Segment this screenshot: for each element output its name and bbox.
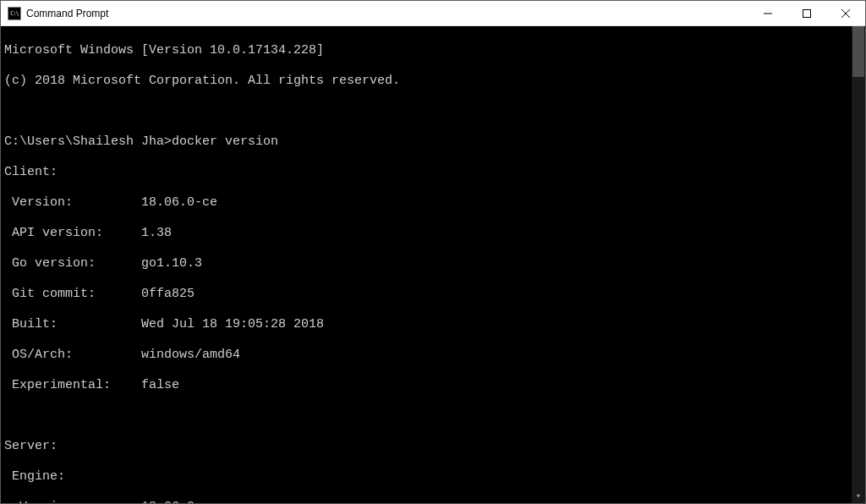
close-icon bbox=[841, 9, 850, 18]
engine-header: Engine: bbox=[4, 469, 865, 485]
kv-value: go1.10.3 bbox=[141, 256, 202, 271]
kv-value: false bbox=[141, 378, 179, 392]
window-title: Command Prompt bbox=[26, 8, 748, 19]
titlebar[interactable]: C:\ Command Prompt bbox=[1, 1, 865, 26]
kv-key: Built: bbox=[4, 317, 141, 332]
kv-key: Experimental: bbox=[4, 378, 141, 393]
os-header-line2: (c) 2018 Microsoft Corporation. All righ… bbox=[4, 74, 865, 89]
svg-rect-1 bbox=[803, 9, 811, 17]
client-version-row: Version:18.06.0-ce bbox=[4, 195, 865, 211]
kv-key: OS/Arch: bbox=[4, 348, 141, 363]
kv-key: Go version: bbox=[4, 256, 141, 271]
maximize-button[interactable] bbox=[787, 1, 826, 25]
command-text: docker version bbox=[172, 134, 278, 149]
window-controls bbox=[748, 1, 865, 25]
kv-value: 1.38 bbox=[141, 226, 172, 240]
kv-value: windows/amd64 bbox=[141, 348, 240, 362]
server-version-row: Version:18.06.0-ce bbox=[4, 500, 865, 503]
scrollbar-thumb[interactable] bbox=[852, 26, 864, 77]
kv-key: Version: bbox=[4, 500, 141, 503]
kv-key: API version: bbox=[4, 226, 141, 241]
server-header: Server: bbox=[4, 439, 865, 454]
blank-line bbox=[4, 408, 865, 424]
client-os-row: OS/Arch:windows/amd64 bbox=[4, 348, 865, 363]
client-header: Client: bbox=[4, 165, 865, 180]
kv-key: Git commit: bbox=[4, 287, 141, 302]
client-go-row: Go version:go1.10.3 bbox=[4, 256, 865, 271]
kv-key: Version: bbox=[4, 195, 141, 211]
client-exp-row: Experimental:false bbox=[4, 378, 865, 393]
prompt-line-1: C:\Users\Shailesh Jha>docker version bbox=[4, 134, 865, 150]
maximize-icon bbox=[803, 9, 811, 18]
kv-value: 18.06.0-ce bbox=[141, 500, 217, 503]
client-git-row: Git commit:0ffa825 bbox=[4, 287, 865, 302]
app-icon-text: C:\ bbox=[10, 10, 19, 17]
kv-value: 18.06.0-ce bbox=[141, 195, 217, 210]
os-header-line1: Microsoft Windows [Version 10.0.17134.22… bbox=[4, 43, 865, 58]
blank-line bbox=[4, 104, 865, 119]
vertical-scrollbar[interactable]: ▼ bbox=[852, 26, 865, 503]
console-area[interactable]: Microsoft Windows [Version 10.0.17134.22… bbox=[1, 26, 865, 503]
minimize-button[interactable] bbox=[748, 1, 787, 25]
close-button[interactable] bbox=[826, 1, 865, 25]
kv-value: Wed Jul 18 19:05:28 2018 bbox=[141, 317, 324, 331]
prompt-path: C:\Users\Shailesh Jha> bbox=[4, 134, 172, 149]
client-built-row: Built:Wed Jul 18 19:05:28 2018 bbox=[4, 317, 865, 332]
scrollbar-down-arrow-icon[interactable]: ▼ bbox=[852, 490, 865, 503]
engine-label: Engine: bbox=[4, 469, 65, 485]
kv-value: 0ffa825 bbox=[141, 287, 195, 301]
app-icon: C:\ bbox=[8, 7, 21, 20]
client-api-row: API version:1.38 bbox=[4, 226, 865, 241]
minimize-icon bbox=[764, 9, 772, 18]
